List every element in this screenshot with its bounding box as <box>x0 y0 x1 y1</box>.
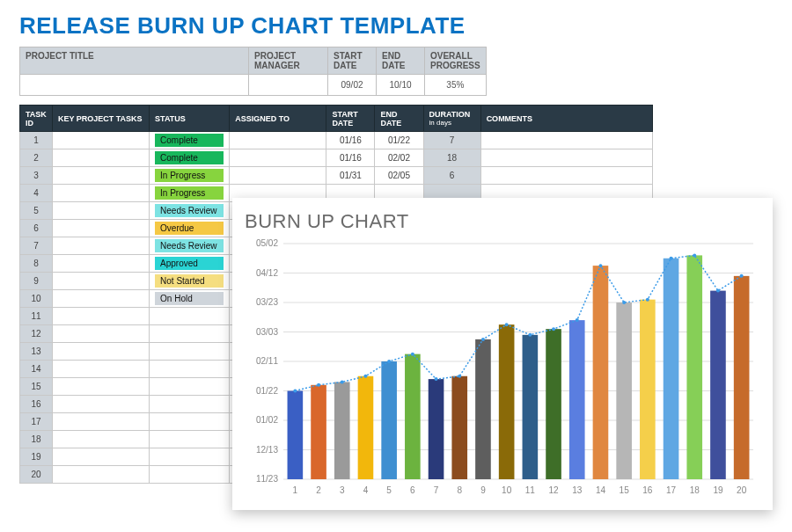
chart-bar <box>288 391 304 480</box>
tasks-header-cell: END DATE <box>375 106 423 132</box>
task-status-cell[interactable] <box>150 448 230 466</box>
task-name-cell[interactable] <box>52 466 149 484</box>
task-id-cell[interactable]: 1 <box>20 132 53 149</box>
start-date-cell[interactable]: 01/16 <box>326 132 375 149</box>
task-id-cell[interactable]: 17 <box>20 413 53 431</box>
task-status-cell[interactable] <box>150 466 230 484</box>
task-name-cell[interactable] <box>52 167 149 185</box>
chart-bar <box>451 376 467 479</box>
task-status-cell[interactable] <box>150 396 230 413</box>
task-status-cell[interactable] <box>150 343 230 361</box>
task-id-cell[interactable]: 16 <box>20 396 53 413</box>
assigned-to-cell[interactable] <box>230 167 326 185</box>
svg-text:4: 4 <box>363 485 369 495</box>
tasks-header-cell: TASK ID <box>20 106 53 132</box>
task-status-cell[interactable]: Needs Review <box>150 202 230 220</box>
end-date-cell[interactable]: 02/05 <box>375 167 423 185</box>
chart-title: BURN UP CHART <box>245 210 760 233</box>
task-status-cell[interactable] <box>150 361 230 378</box>
status-pill: Approved <box>155 257 224 270</box>
task-id-cell[interactable]: 7 <box>20 237 53 255</box>
comments-cell[interactable] <box>480 167 652 185</box>
task-id-cell[interactable]: 11 <box>20 308 53 325</box>
assigned-to-cell[interactable] <box>230 132 326 149</box>
chart-bar <box>710 291 726 479</box>
task-name-cell[interactable] <box>52 361 149 378</box>
task-status-cell[interactable]: Complete <box>150 132 230 149</box>
task-name-cell[interactable] <box>52 448 149 466</box>
duration-cell[interactable]: 6 <box>423 167 480 185</box>
comments-cell[interactable] <box>480 149 652 167</box>
task-status-cell[interactable]: Approved <box>150 255 230 273</box>
task-name-cell[interactable] <box>52 149 149 167</box>
start-date-cell[interactable]: 01/16 <box>326 149 375 167</box>
task-id-cell[interactable]: 4 <box>20 185 53 202</box>
task-name-cell[interactable] <box>52 255 149 273</box>
task-status-cell[interactable]: Complete <box>150 149 230 167</box>
svg-point-56 <box>716 289 720 293</box>
task-id-cell[interactable]: 2 <box>20 149 53 167</box>
svg-point-38 <box>293 390 297 393</box>
task-status-cell[interactable] <box>150 413 230 431</box>
svg-text:17: 17 <box>666 485 677 495</box>
task-id-cell[interactable]: 5 <box>20 202 53 220</box>
tasks-header-cell: STATUS <box>150 106 230 132</box>
task-name-cell[interactable] <box>52 431 149 448</box>
end-date-cell[interactable]: 02/02 <box>375 149 423 167</box>
task-name-cell[interactable] <box>52 132 149 149</box>
start-date-cell[interactable]: 01/31 <box>326 167 375 185</box>
task-status-cell[interactable]: In Progress <box>150 185 230 202</box>
task-status-cell[interactable] <box>150 431 230 448</box>
task-status-cell[interactable] <box>150 325 230 343</box>
duration-cell[interactable]: 7 <box>423 132 480 149</box>
task-id-cell[interactable]: 6 <box>20 220 53 237</box>
comments-cell[interactable] <box>480 132 652 149</box>
task-status-cell[interactable] <box>150 308 230 325</box>
task-id-cell[interactable]: 19 <box>20 448 53 466</box>
project-value-cell[interactable]: 09/02 <box>328 75 377 96</box>
task-name-cell[interactable] <box>52 396 149 413</box>
task-name-cell[interactable] <box>52 378 149 396</box>
task-name-cell[interactable] <box>52 220 149 237</box>
task-id-cell[interactable]: 13 <box>20 343 53 361</box>
project-value-cell[interactable]: 10/10 <box>377 75 425 96</box>
task-id-cell[interactable]: 9 <box>20 273 53 290</box>
svg-text:1: 1 <box>293 485 298 495</box>
task-status-cell[interactable]: Not Started <box>150 273 230 290</box>
duration-cell[interactable]: 18 <box>423 149 480 167</box>
task-status-cell[interactable]: Overdue <box>150 220 230 237</box>
chart-bar <box>640 300 656 479</box>
chart-plot: 11/2312/1301/0201/2202/1103/0303/2304/12… <box>245 238 760 499</box>
task-name-cell[interactable] <box>52 343 149 361</box>
task-name-cell[interactable] <box>52 290 149 308</box>
task-status-cell[interactable]: Needs Review <box>150 237 230 255</box>
task-id-cell[interactable]: 12 <box>20 325 53 343</box>
tasks-header-cell: COMMENTS <box>480 106 652 132</box>
task-name-cell[interactable] <box>52 308 149 325</box>
task-status-cell[interactable]: On Hold <box>150 290 230 308</box>
project-value-cell[interactable]: 35% <box>425 75 487 96</box>
assigned-to-cell[interactable] <box>230 149 326 167</box>
task-status-cell[interactable]: In Progress <box>150 167 230 185</box>
task-id-cell[interactable]: 8 <box>20 255 53 273</box>
project-value-cell[interactable] <box>20 75 249 96</box>
task-id-cell[interactable]: 10 <box>20 290 53 308</box>
project-header-cell: PROJECT MANAGER <box>249 47 328 75</box>
task-id-cell[interactable]: 15 <box>20 378 53 396</box>
svg-text:15: 15 <box>620 485 630 495</box>
end-date-cell[interactable]: 01/22 <box>375 132 423 149</box>
task-name-cell[interactable] <box>52 413 149 431</box>
project-value-cell[interactable] <box>249 75 328 96</box>
task-name-cell[interactable] <box>52 237 149 255</box>
svg-text:05/02: 05/02 <box>256 238 278 248</box>
task-name-cell[interactable] <box>52 185 149 202</box>
task-id-cell[interactable]: 14 <box>20 361 53 378</box>
task-name-cell[interactable] <box>52 273 149 290</box>
task-name-cell[interactable] <box>52 202 149 220</box>
task-name-cell[interactable] <box>52 325 149 343</box>
task-id-cell[interactable]: 18 <box>20 431 53 448</box>
task-id-cell[interactable]: 20 <box>20 466 53 484</box>
svg-point-46 <box>481 338 485 341</box>
task-id-cell[interactable]: 3 <box>20 167 53 185</box>
task-status-cell[interactable] <box>150 378 230 396</box>
